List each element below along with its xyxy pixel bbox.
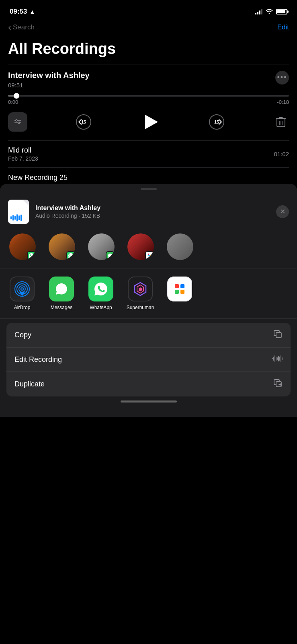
progress-container[interactable]: 0:00 -0:18 [8, 89, 289, 107]
app-item-superhuman[interactable]: Superhuman [125, 277, 156, 310]
app-item-airdrop[interactable]: AirDrop [6, 277, 38, 310]
playback-controls: 15 15 [8, 107, 289, 140]
status-time: 09:53 ▲ [10, 8, 35, 16]
waveform-icon [10, 214, 22, 221]
contact-item-3[interactable] [85, 233, 117, 260]
contact-avatar-3 [88, 233, 115, 260]
contact-item-2[interactable] [46, 233, 78, 260]
copy-icon [273, 329, 283, 341]
forward-button[interactable]: 15 [206, 111, 227, 132]
svg-rect-19 [147, 255, 150, 256]
contact-avatar-2 [49, 233, 75, 260]
nav-bar: ‹ Search Edit [0, 20, 297, 37]
recording-date-midroll: Feb 7, 2023 [8, 155, 38, 162]
recording-duration-midroll: 01:02 [274, 151, 289, 157]
settings-button[interactable] [8, 112, 27, 132]
app-icon-superhuman [128, 277, 153, 301]
share-file-icon [8, 200, 29, 224]
location-icon: ▲ [29, 8, 35, 15]
recording-title-midroll: Mid roll [8, 146, 38, 155]
home-bar [121, 400, 177, 402]
edit-waveform-icon [272, 354, 283, 365]
active-recording-item: Interview with Ashley 09:51 ••• 0:00 -0:… [0, 64, 297, 140]
signal-icon [255, 9, 262, 14]
share-file-info: Interview with Ashley Audio Recording · … [35, 204, 100, 219]
action-copy[interactable]: Copy [6, 323, 291, 347]
share-sheet: Interview with Ashley Audio Recording · … [0, 184, 297, 417]
action-duplicate[interactable]: Duplicate [6, 372, 291, 396]
duplicate-icon [273, 378, 283, 390]
app-icon-extra [167, 277, 192, 301]
contact-badge-slack-4 [145, 251, 154, 260]
action-list: Copy Edit Recording [6, 323, 291, 396]
battery-icon [276, 9, 287, 14]
back-button[interactable]: ‹ Search [8, 22, 35, 33]
play-button[interactable] [140, 111, 161, 132]
action-edit-recording[interactable]: Edit Recording [6, 347, 291, 372]
back-chevron-icon: ‹ [8, 22, 11, 33]
play-icon [145, 115, 158, 129]
app-icon-whatsapp [88, 277, 113, 301]
progress-bar[interactable] [8, 95, 289, 97]
app-item-whatsapp[interactable]: WhatsApp [85, 277, 117, 310]
progress-times: 0:00 -0:18 [8, 99, 289, 105]
svg-marker-22 [139, 287, 142, 291]
more-options-button[interactable]: ••• [275, 71, 289, 85]
wifi-icon [266, 8, 273, 15]
status-icons [255, 8, 287, 15]
contact-badge-whatsapp-1 [27, 251, 36, 260]
app-icon-airdrop [10, 277, 35, 301]
drag-bar [141, 188, 157, 190]
app-icon-messages [49, 277, 74, 301]
contact-avatar-5 [167, 233, 193, 260]
recording-title-new25: New Recording 25 [8, 173, 289, 182]
share-close-button[interactable]: ✕ [276, 205, 289, 218]
app-label-messages: Messages [51, 305, 73, 310]
app-label-airdrop: AirDrop [14, 305, 31, 310]
recording-info: Interview with Ashley 09:51 [8, 71, 90, 89]
apps-row: AirDrop Messages WhatsApp [0, 268, 297, 319]
contact-item-1[interactable] [6, 233, 39, 260]
airdrop-icon [14, 281, 30, 297]
contacts-row [0, 230, 297, 268]
svg-point-3 [18, 122, 20, 124]
recording-list-item-midroll[interactable]: Mid roll Feb 7, 2023 01:02 [0, 140, 297, 167]
page-title: All Recordings [0, 37, 297, 64]
action-copy-label: Copy [14, 331, 31, 339]
contact-item-5[interactable] [164, 233, 196, 260]
action-edit-label: Edit Recording [14, 355, 62, 364]
app-label-whatsapp: WhatsApp [90, 305, 112, 310]
rewind-button[interactable]: 15 [73, 111, 94, 132]
svg-point-2 [16, 120, 17, 121]
svg-rect-23 [276, 332, 281, 338]
contact-item-4[interactable] [125, 233, 157, 260]
status-bar: 09:53 ▲ [0, 0, 297, 20]
recording-list-item-new25[interactable]: New Recording 25 [0, 168, 297, 184]
app-item-extra[interactable] [164, 277, 195, 310]
ellipsis-icon: ••• [277, 73, 287, 82]
edit-button[interactable]: Edit [277, 23, 289, 31]
share-header: Interview with Ashley Audio Recording · … [0, 192, 297, 230]
contact-badge-messages-3 [106, 251, 115, 260]
svg-text:15: 15 [81, 120, 86, 124]
app-label-superhuman: Superhuman [127, 305, 154, 310]
drag-handle [0, 184, 297, 192]
home-indicator [0, 396, 297, 405]
recording-timestamp: 09:51 [8, 82, 90, 89]
share-filename: Interview with Ashley [35, 204, 100, 212]
svg-text:15: 15 [214, 120, 219, 124]
svg-rect-18 [150, 255, 152, 257]
progress-dot [14, 93, 19, 99]
time-end: -0:18 [277, 99, 289, 105]
contact-avatar-4 [127, 233, 154, 260]
action-duplicate-label: Duplicate [14, 380, 45, 388]
time-start: 0:00 [8, 99, 18, 105]
recording-title: Interview with Ashley [8, 71, 90, 80]
share-filedetails: Audio Recording · 152 KB [35, 213, 100, 219]
app-item-messages[interactable]: Messages [46, 277, 77, 310]
contact-avatar-1 [9, 233, 36, 260]
contact-badge-whatsapp-2 [66, 251, 75, 260]
delete-button[interactable] [273, 114, 289, 130]
search-back-label: Search [13, 23, 35, 31]
